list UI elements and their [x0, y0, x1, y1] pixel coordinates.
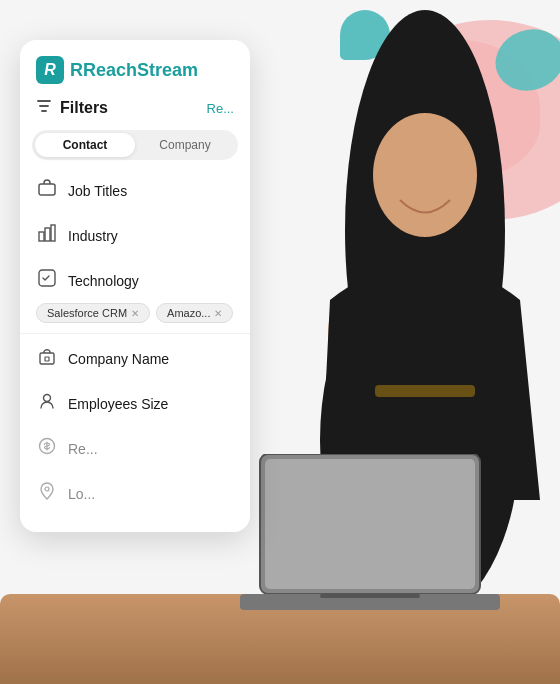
technology-label: Technology: [68, 273, 139, 289]
tab-company[interactable]: Company: [135, 133, 235, 157]
company-name-label: Company Name: [68, 351, 169, 367]
filter-item-job-titles[interactable]: Job Titles: [20, 168, 250, 213]
laptop: [240, 454, 500, 614]
svg-point-23: [45, 487, 49, 491]
tech-tags-container: Salesforce CRM ✕ Amazo... ✕: [32, 299, 238, 327]
svg-rect-16: [45, 228, 50, 241]
remove-salesforce-tag[interactable]: ✕: [131, 308, 139, 319]
filter-item-employees-size[interactable]: Employees Size: [20, 381, 250, 426]
svg-rect-20: [45, 357, 49, 361]
filter-item-location[interactable]: Lo...: [20, 471, 250, 516]
tech-tag-amazon[interactable]: Amazo... ✕: [156, 303, 233, 323]
filters-title: Filters: [36, 98, 108, 118]
svg-point-8: [373, 113, 477, 237]
technology-section: Technology Salesforce CRM ✕ Amazo... ✕: [20, 258, 250, 331]
reset-button[interactable]: Re...: [207, 101, 234, 116]
filters-header: Filters Re...: [20, 92, 250, 126]
scene: R RReachStream Filters Re... Contact Com…: [0, 0, 560, 684]
filter-item-company-name[interactable]: Company Name: [20, 336, 250, 381]
app-name: RReachStream: [70, 60, 198, 81]
revenue-icon: [36, 436, 58, 461]
svg-rect-14: [39, 184, 55, 195]
divider-1: [20, 333, 250, 334]
svg-rect-19: [40, 353, 54, 364]
svg-rect-9: [375, 385, 475, 397]
svg-rect-17: [51, 225, 55, 241]
job-titles-label: Job Titles: [68, 183, 127, 199]
logo-area: R RReachStream: [20, 40, 250, 92]
filter-item-industry[interactable]: Industry: [20, 213, 250, 258]
employees-size-label: Employees Size: [68, 396, 168, 412]
filter-icon: [36, 98, 52, 118]
svg-rect-11: [265, 459, 475, 589]
location-label: Lo...: [68, 486, 95, 502]
filter-item-technology[interactable]: Technology: [32, 262, 238, 299]
job-titles-icon: [36, 178, 58, 203]
logo-icon: R: [36, 56, 64, 84]
industry-label: Industry: [68, 228, 118, 244]
filters-label: Filters: [60, 99, 108, 117]
industry-icon: [36, 223, 58, 248]
employees-size-icon: [36, 391, 58, 416]
technology-icon: [36, 268, 58, 293]
ui-panel: R RReachStream Filters Re... Contact Com…: [20, 40, 250, 532]
tech-tag-salesforce[interactable]: Salesforce CRM ✕: [36, 303, 150, 323]
company-name-icon: [36, 346, 58, 371]
svg-rect-13: [320, 594, 420, 598]
tab-bar: Contact Company: [32, 130, 238, 160]
svg-rect-15: [39, 232, 44, 241]
location-icon: [36, 481, 58, 506]
filter-item-revenue[interactable]: Re...: [20, 426, 250, 471]
tab-contact[interactable]: Contact: [35, 133, 135, 157]
svg-point-21: [44, 395, 51, 402]
remove-amazon-tag[interactable]: ✕: [214, 308, 222, 319]
revenue-label: Re...: [68, 441, 98, 457]
